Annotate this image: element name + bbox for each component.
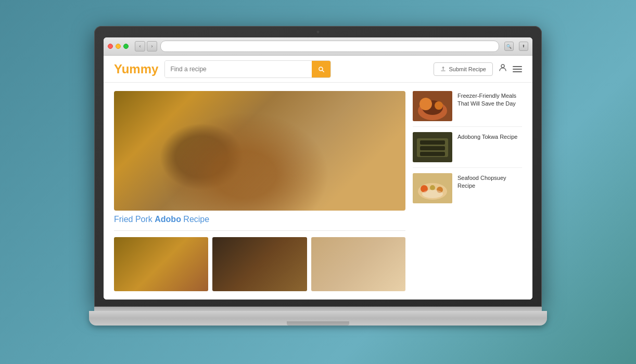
browser-search-icon[interactable]: 🔍 bbox=[504, 42, 514, 51]
thumb-image-0 bbox=[413, 91, 452, 121]
sidebar-divider-1 bbox=[413, 167, 522, 168]
browser-toolbar: ‹ › 🔍 ⬆ bbox=[104, 37, 532, 56]
traffic-lights bbox=[108, 44, 129, 49]
browser-window: ‹ › 🔍 ⬆ Yummy bbox=[104, 37, 532, 300]
main-layout: Fried Pork Adobo Recipe bbox=[114, 91, 522, 291]
user-icon-button[interactable] bbox=[498, 63, 507, 75]
menu-button[interactable] bbox=[513, 66, 522, 72]
screen-bezel: ‹ › 🔍 ⬆ Yummy bbox=[94, 26, 542, 307]
site-logo: Yummy bbox=[114, 62, 158, 76]
address-bar[interactable] bbox=[160, 41, 499, 52]
back-button[interactable]: ‹ bbox=[135, 41, 145, 51]
svg-rect-10 bbox=[420, 152, 445, 156]
hero-food-overlay bbox=[114, 91, 405, 211]
sidebar-text-0: Freezer-Friendly Meals That Will Save th… bbox=[457, 91, 522, 108]
search-icon bbox=[317, 66, 325, 73]
window-controls: ⬆ bbox=[519, 42, 528, 51]
minimize-button[interactable] bbox=[116, 44, 121, 49]
thumb-image-2 bbox=[413, 173, 452, 203]
site-main: Fried Pork Adobo Recipe bbox=[104, 83, 532, 300]
search-button[interactable] bbox=[312, 61, 330, 77]
sidebar-thumb-0 bbox=[413, 91, 452, 121]
nav-buttons: ‹ › bbox=[135, 41, 157, 51]
search-input[interactable] bbox=[165, 61, 312, 77]
hero-title-bold: Adobo bbox=[155, 215, 181, 224]
sidebar-title-2: Seafood Chopsuey Recipe bbox=[457, 174, 522, 190]
laptop-device: ‹ › 🔍 ⬆ Yummy bbox=[84, 26, 552, 338]
svg-point-4 bbox=[419, 98, 432, 110]
recipe-card-3[interactable] bbox=[311, 237, 405, 291]
recipe-card-1[interactable] bbox=[114, 237, 208, 291]
website-content: Yummy bbox=[104, 56, 532, 300]
upload-icon bbox=[440, 66, 446, 72]
sidebar-divider-0 bbox=[413, 126, 522, 127]
camera-dot bbox=[316, 30, 320, 34]
menu-bar-3 bbox=[513, 71, 522, 72]
svg-rect-8 bbox=[420, 140, 445, 145]
header-actions: Submit Recipe bbox=[434, 62, 522, 76]
hero-section: Fried Pork Adobo Recipe bbox=[114, 91, 405, 291]
recipe-card-2[interactable] bbox=[212, 237, 307, 291]
laptop-base bbox=[89, 311, 547, 326]
sidebar-title-1: Adobong Tokwa Recipe bbox=[457, 133, 522, 141]
hero-title-normal: Fried Pork bbox=[114, 215, 155, 224]
menu-bar-2 bbox=[513, 69, 522, 70]
thumb-image-1 bbox=[413, 132, 452, 162]
hero-image[interactable] bbox=[114, 91, 405, 211]
sidebar-text-1: Adobong Tokwa Recipe bbox=[457, 132, 522, 141]
sidebar-item-0[interactable]: Freezer-Friendly Meals That Will Save th… bbox=[413, 91, 522, 121]
forward-button[interactable]: › bbox=[147, 41, 157, 51]
svg-point-0 bbox=[501, 64, 504, 68]
user-icon bbox=[498, 63, 507, 72]
svg-rect-9 bbox=[420, 146, 445, 150]
menu-bar-1 bbox=[513, 66, 522, 67]
search-container[interactable] bbox=[164, 60, 331, 78]
submit-btn-label: Submit Recipe bbox=[449, 66, 486, 72]
sidebar-item-1[interactable]: Adobong Tokwa Recipe bbox=[413, 132, 522, 162]
svg-point-16 bbox=[422, 190, 443, 198]
sidebar: Freezer-Friendly Meals That Will Save th… bbox=[413, 91, 522, 291]
laptop-hinge bbox=[94, 307, 542, 311]
site-header: Yummy bbox=[104, 56, 532, 83]
hero-title: Fried Pork Adobo Recipe bbox=[114, 215, 405, 224]
submit-recipe-button[interactable]: Submit Recipe bbox=[434, 62, 493, 76]
hero-title-suffix: Recipe bbox=[181, 215, 209, 224]
sidebar-thumb-2 bbox=[413, 173, 452, 203]
maximize-button[interactable] bbox=[123, 44, 129, 49]
sidebar-title-0: Freezer-Friendly Meals That Will Save th… bbox=[457, 92, 522, 108]
sidebar-item-2[interactable]: Seafood Chopsuey Recipe bbox=[413, 173, 522, 203]
sidebar-thumb-1 bbox=[413, 132, 452, 162]
share-button[interactable]: ⬆ bbox=[519, 42, 528, 51]
hero-divider bbox=[114, 230, 405, 231]
close-button[interactable] bbox=[108, 44, 113, 49]
svg-point-5 bbox=[435, 101, 443, 110]
recipe-grid bbox=[114, 237, 405, 291]
sidebar-text-2: Seafood Chopsuey Recipe bbox=[457, 173, 522, 190]
svg-point-14 bbox=[430, 185, 435, 190]
